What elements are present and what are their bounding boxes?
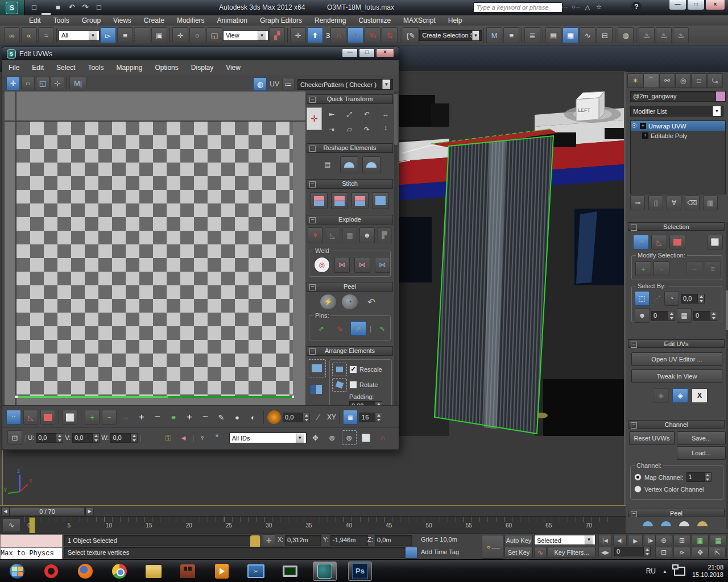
- uv-vertex-mode-icon[interactable]: ∷: [6, 410, 21, 425]
- uv-grow-selection-icon[interactable]: ＋: [85, 410, 100, 425]
- align-angle-icon[interactable]: ⤢: [342, 107, 357, 121]
- modifier-list-dropdown[interactable]: Modifier List▼: [630, 106, 723, 117]
- bind-to-space-warp-icon[interactable]: ≈: [38, 27, 54, 43]
- taskbar-train-app-icon[interactable]: [176, 562, 199, 580]
- tray-clock[interactable]: 21:08 15.10.2018: [692, 564, 723, 579]
- paint-shrink-icon[interactable]: ◐: [246, 410, 260, 424]
- expand-icon[interactable]: +: [640, 123, 646, 129]
- uv-ring-shrink-icon[interactable]: −: [198, 410, 212, 424]
- hide-icon[interactable]: ♀: [197, 431, 208, 444]
- straighten-selection-icon[interactable]: [340, 156, 358, 173]
- lock-selection-icon[interactable]: ⚿: [163, 431, 174, 444]
- rescale-mode-icon[interactable]: [332, 363, 347, 376]
- previous-key-icon[interactable]: ◀|: [613, 535, 627, 546]
- time-slider-track[interactable]: 0 / 70: [0, 505, 626, 516]
- smoothing-group-spinner[interactable]: 0: [651, 311, 675, 321]
- tab-modify-icon[interactable]: ⌒: [643, 73, 659, 88]
- add-time-tag[interactable]: Add Time Tag: [421, 548, 459, 555]
- flatten-by-angle-icon[interactable]: ◺: [325, 227, 340, 243]
- reset-uvws-button[interactable]: Reset UVWs: [629, 431, 675, 445]
- taskbar-media-player-icon[interactable]: [210, 562, 233, 580]
- selection-rollout-header[interactable]: – Selection: [628, 222, 725, 231]
- uvw-menu-file[interactable]: File: [2, 63, 26, 73]
- reference-coordinate-dropdown[interactable]: View▼: [223, 30, 268, 41]
- align-horizontal-icon[interactable]: ⇤: [324, 107, 339, 121]
- menu-tools[interactable]: Tools: [47, 15, 76, 26]
- v-spinner[interactable]: 0,0: [72, 433, 100, 443]
- scrollbar-thumb[interactable]: [726, 290, 728, 330]
- relax-tool-icon[interactable]: ▤: [319, 156, 336, 172]
- grow-selection-icon[interactable]: ＋: [635, 261, 651, 276]
- key-mode-dropdown[interactable]: Selected▼: [534, 535, 595, 545]
- taskbar-photoshop-icon[interactable]: Ps: [348, 562, 372, 581]
- zoom-all-icon[interactable]: ⊞: [673, 535, 690, 546]
- uv-element-toggle-icon[interactable]: ⬜: [63, 410, 77, 425]
- x-coord-field[interactable]: 0,312m: [285, 535, 321, 546]
- scale-tool-icon[interactable]: ◱: [206, 27, 222, 43]
- uvw-rotate-icon[interactable]: ○: [21, 77, 35, 90]
- grid-snap-icon[interactable]: ▦: [343, 410, 358, 425]
- relax-until-flat-icon[interactable]: [362, 156, 380, 173]
- u-spinner[interactable]: 0,0: [36, 433, 63, 443]
- menu-rendering[interactable]: Rendering: [308, 15, 352, 26]
- object-name-field[interactable]: @2m_gangway: [630, 91, 718, 102]
- field-of-view-icon[interactable]: ⋗: [673, 547, 690, 558]
- menu-modifiers[interactable]: Modifiers: [171, 15, 211, 26]
- y-coord-field[interactable]: -1,946m: [330, 535, 368, 546]
- pin-tool-icon[interactable]: ⇗: [314, 322, 329, 335]
- percent-snap-icon[interactable]: %: [365, 27, 380, 43]
- stitch-average-icon[interactable]: [331, 192, 348, 209]
- tab-display-icon[interactable]: [691, 73, 707, 88]
- matid-spinner[interactable]: 0: [693, 311, 717, 321]
- pin-stack-icon[interactable]: ⊸: [630, 196, 645, 210]
- channel-rollout-header[interactable]: – Channel: [628, 420, 725, 429]
- render-setup-icon[interactable]: ◍: [618, 27, 634, 43]
- communication-center-icon[interactable]: [582, 2, 593, 11]
- uvw-maximize-button[interactable]: [359, 49, 375, 57]
- uvw-scale-icon[interactable]: ◱: [36, 77, 49, 90]
- close-button[interactable]: [705, 0, 725, 10]
- peel-mode-icon[interactable]: ◔: [342, 294, 358, 309]
- tray-network-icon[interactable]: [674, 567, 685, 576]
- menu-help[interactable]: Help: [442, 15, 469, 26]
- snaps-toggle-icon[interactable]: ∩: [330, 27, 346, 43]
- start-button[interactable]: [6, 562, 28, 580]
- stitch-custom-icon[interactable]: [311, 192, 328, 209]
- infocenter-search-input[interactable]: Type a keyword or phrase: [473, 2, 562, 13]
- taskbar-firefox-icon[interactable]: [74, 562, 97, 580]
- load-button[interactable]: Load...: [677, 446, 726, 460]
- object-color-swatch[interactable]: [715, 91, 726, 102]
- configure-modifier-sets-icon[interactable]: ▥: [703, 196, 718, 210]
- select-by-element-icon[interactable]: ⬚: [635, 291, 650, 306]
- auto-pin-icon[interactable]: ⇗: [350, 321, 366, 336]
- space-vertical-icon[interactable]: ↕: [378, 121, 393, 135]
- next-frame-button[interactable]: [85, 507, 94, 516]
- set-key-button[interactable]: Set Key: [504, 547, 533, 558]
- absolute-offset-toggle-icon[interactable]: ✛: [263, 534, 275, 546]
- zoom-extents-icon[interactable]: ▣: [692, 535, 709, 546]
- unlink-selection-icon[interactable]: ∝: [21, 27, 37, 43]
- uv-ring-grow-icon[interactable]: +: [183, 410, 196, 424]
- uvw-menu-tools[interactable]: Tools: [81, 63, 110, 73]
- render-iterative-icon[interactable]: ♨: [673, 27, 689, 43]
- uvw-menu-edit[interactable]: Edit: [26, 63, 50, 73]
- peel-icon[interactable]: [679, 521, 689, 526]
- new-file-icon[interactable]: [28, 2, 40, 13]
- tray-expand-icon[interactable]: [663, 569, 667, 574]
- collapse-icon[interactable]: –: [631, 342, 637, 348]
- uvw-panel-scrollbar[interactable]: [394, 92, 398, 405]
- collapse-icon[interactable]: –: [631, 225, 637, 231]
- schematic-view-icon[interactable]: ⊟: [597, 27, 613, 43]
- tab-utilities-icon[interactable]: ⤿: [707, 73, 723, 88]
- rendered-frame-window-icon[interactable]: ♨: [639, 27, 655, 43]
- rotate-tool-icon[interactable]: ○: [189, 27, 205, 43]
- uv-loop-grow-icon[interactable]: +: [135, 410, 148, 424]
- uvw-freeform-icon[interactable]: ⊹: [51, 77, 64, 90]
- minimize-button[interactable]: [669, 0, 686, 10]
- peel-icon[interactable]: [661, 521, 671, 526]
- stitch-header[interactable]: –Stitch: [307, 179, 393, 189]
- help-icon[interactable]: ?: [631, 2, 642, 12]
- stack-item-editable-poly[interactable]: + Editable Poly: [631, 131, 725, 140]
- show-map-toggle-icon[interactable]: ◍: [253, 77, 267, 91]
- vertex-mode-button[interactable]: ∷: [633, 235, 649, 250]
